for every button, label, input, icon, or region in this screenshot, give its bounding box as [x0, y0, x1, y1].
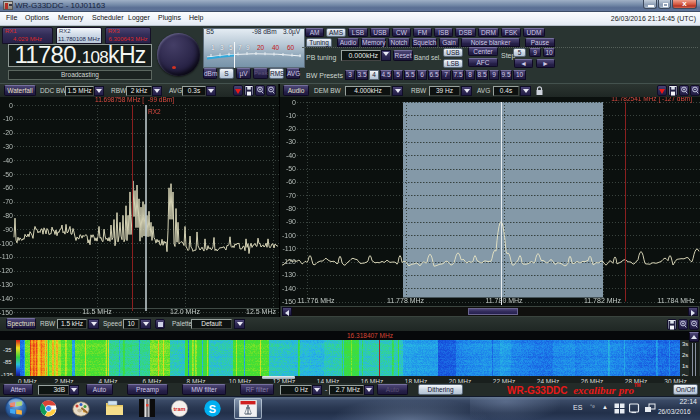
svg-text:tram: tram	[174, 406, 186, 412]
svg-text:S: S	[209, 403, 216, 415]
